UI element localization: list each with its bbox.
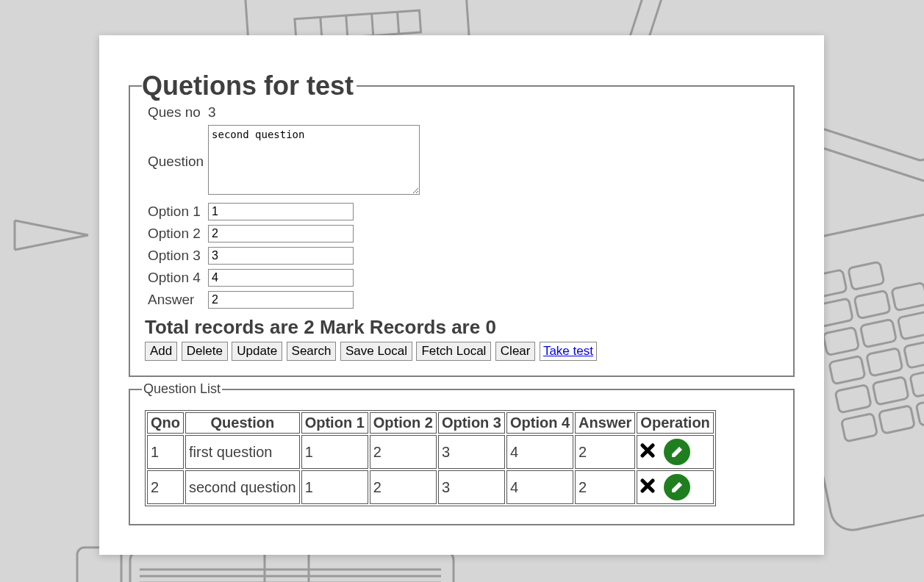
cell-option4: 4 [506, 435, 573, 469]
fetch-local-button[interactable]: Fetch Local [416, 342, 491, 361]
cell-qno: 2 [147, 470, 184, 504]
option1-label: Option 1 [146, 201, 205, 222]
option4-input[interactable] [208, 269, 354, 287]
cell-option2: 2 [370, 470, 437, 504]
edit-icon[interactable] [664, 474, 690, 500]
col-option1: Option 1 [301, 412, 368, 434]
search-button[interactable]: Search [287, 342, 337, 361]
col-operation: Operation [637, 412, 713, 434]
question-table: Qno Question Option 1 Option 2 Option 3 … [145, 410, 716, 506]
question-list-fieldset: Question List Qno Question Option 1 Opti… [129, 381, 795, 525]
question-label: Question [146, 123, 205, 200]
cell-option1: 1 [301, 470, 368, 504]
table-row: 2 second question 1 2 3 4 2 [147, 470, 714, 504]
update-button[interactable]: Update [232, 342, 282, 361]
cell-option3: 3 [438, 435, 505, 469]
option3-label: Option 3 [146, 245, 205, 266]
answer-input[interactable] [208, 291, 354, 309]
col-option2: Option 2 [370, 412, 437, 434]
option1-input[interactable] [208, 203, 354, 220]
clear-button[interactable]: Clear [495, 342, 536, 361]
col-option3: Option 3 [438, 412, 505, 434]
col-option4: Option 4 [506, 412, 573, 434]
form-table: Ques no 3 Question second question Optio… [145, 101, 423, 312]
col-answer: Answer [575, 412, 635, 434]
cell-question: second question [185, 470, 300, 504]
svg-line-5 [372, 14, 373, 36]
take-test-link[interactable]: Take test [540, 342, 597, 361]
svg-line-6 [398, 12, 399, 34]
option2-label: Option 2 [146, 223, 205, 244]
cell-question: first question [185, 435, 300, 469]
option2-input[interactable] [208, 225, 354, 242]
cell-answer: 2 [575, 435, 635, 469]
option3-input[interactable] [208, 247, 354, 265]
main-card: Quetions for test Ques no 3 Question sec… [99, 35, 824, 555]
add-button[interactable]: Add [145, 342, 177, 361]
delete-icon[interactable] [640, 443, 655, 461]
col-qno: Qno [147, 412, 184, 434]
table-row: 1 first question 1 2 3 4 2 [147, 435, 714, 469]
cell-option4: 4 [506, 470, 573, 504]
button-row: Add Delete Update Search Save Local Fetc… [145, 342, 778, 361]
cell-answer: 2 [575, 470, 635, 504]
delete-icon[interactable] [640, 478, 655, 497]
cell-option3: 3 [438, 470, 505, 504]
option4-label: Option 4 [146, 267, 205, 288]
question-form-fieldset: Quetions for test Ques no 3 Question sec… [129, 71, 795, 377]
totals-text: Total records are 2 Mark Records are 0 [145, 316, 778, 339]
svg-line-4 [346, 15, 348, 37]
ques-no-value: 3 [207, 103, 421, 122]
cell-operation [637, 435, 713, 469]
answer-label: Answer [146, 290, 205, 310]
cell-qno: 1 [147, 435, 184, 469]
cell-option1: 1 [301, 435, 368, 469]
save-local-button[interactable]: Save Local [340, 342, 412, 361]
ques-no-label: Ques no [146, 103, 205, 122]
edit-icon[interactable] [664, 439, 690, 465]
list-legend: Question List [142, 381, 222, 397]
delete-button[interactable]: Delete [182, 342, 228, 361]
form-legend: Quetions for test [142, 71, 357, 101]
cell-operation [637, 470, 713, 504]
col-question: Question [185, 412, 300, 434]
cell-option2: 2 [370, 435, 437, 469]
question-textarea[interactable]: second question [208, 125, 420, 195]
